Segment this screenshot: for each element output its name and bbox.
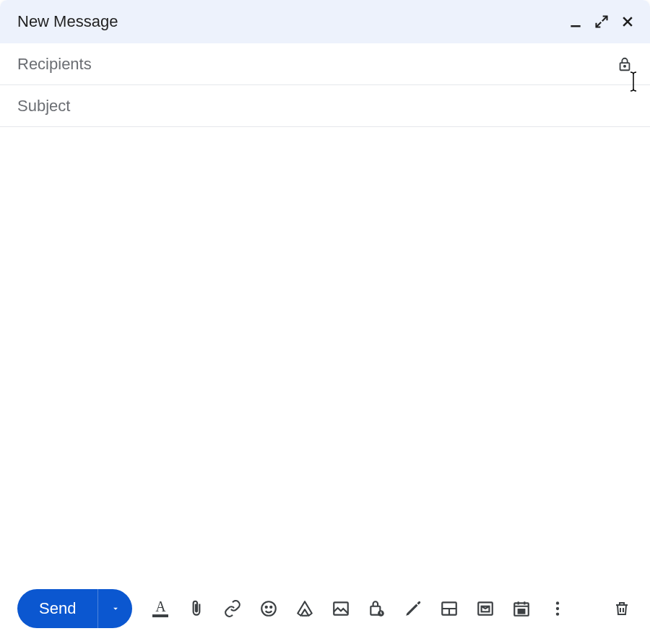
- message-body[interactable]: [0, 127, 650, 579]
- svg-point-2: [624, 65, 625, 66]
- text-format-icon: A: [152, 601, 168, 617]
- formatting-button[interactable]: A: [150, 598, 171, 619]
- image-icon: [332, 599, 350, 618]
- caret-down-icon: [110, 604, 121, 614]
- discard-button[interactable]: [611, 598, 633, 619]
- templates-button[interactable]: [474, 598, 496, 619]
- svg-point-3: [262, 601, 277, 616]
- layout-icon: [440, 599, 459, 618]
- svg-point-16: [556, 612, 559, 615]
- compose-title: New Message: [17, 12, 118, 31]
- trash-icon: [613, 600, 630, 617]
- layout-button[interactable]: [438, 598, 460, 619]
- compose-dialog: New Message Send: [0, 0, 650, 644]
- insert-image-button[interactable]: [330, 598, 352, 619]
- lock-icon: [617, 56, 633, 72]
- close-icon: [620, 14, 635, 29]
- expand-icon: [594, 14, 609, 29]
- minimize-icon: [568, 14, 583, 29]
- svg-point-5: [271, 606, 272, 608]
- expand-button[interactable]: [594, 14, 610, 30]
- recipients-input[interactable]: [17, 55, 611, 74]
- svg-point-14: [556, 601, 559, 604]
- svg-point-4: [266, 606, 267, 608]
- signature-button[interactable]: [402, 598, 424, 619]
- attach-button[interactable]: [186, 598, 207, 619]
- emoji-button[interactable]: [258, 598, 280, 619]
- insert-link-button[interactable]: [222, 598, 243, 619]
- toolbar-icons: A: [150, 598, 568, 619]
- drive-button[interactable]: [294, 598, 316, 619]
- send-group: Send: [17, 589, 132, 628]
- svg-rect-0: [571, 25, 580, 27]
- close-button[interactable]: [620, 14, 636, 30]
- paperclip-icon: [187, 599, 206, 618]
- svg-point-15: [556, 607, 559, 610]
- subject-input[interactable]: [17, 97, 633, 116]
- encryption-lock-button[interactable]: [617, 56, 633, 72]
- compose-toolbar: Send A: [0, 579, 650, 644]
- send-options-button[interactable]: [98, 589, 132, 628]
- svg-rect-13: [519, 609, 525, 613]
- envelope-icon: [476, 599, 495, 618]
- recipients-row: [0, 43, 650, 85]
- more-vert-icon: [548, 599, 567, 618]
- more-options-button[interactable]: [547, 598, 568, 619]
- emoji-icon: [259, 599, 278, 618]
- confidential-mode-button[interactable]: [366, 598, 388, 619]
- drive-icon: [295, 599, 314, 618]
- lock-clock-icon: [368, 599, 386, 618]
- pen-icon: [404, 599, 422, 618]
- calendar-icon: [512, 599, 531, 618]
- schedule-button[interactable]: [511, 598, 532, 619]
- compose-header: New Message: [0, 0, 650, 43]
- header-controls: [568, 14, 636, 30]
- send-button[interactable]: Send: [17, 589, 98, 628]
- minimize-button[interactable]: [568, 14, 584, 30]
- link-icon: [223, 599, 242, 618]
- subject-row: [0, 85, 650, 127]
